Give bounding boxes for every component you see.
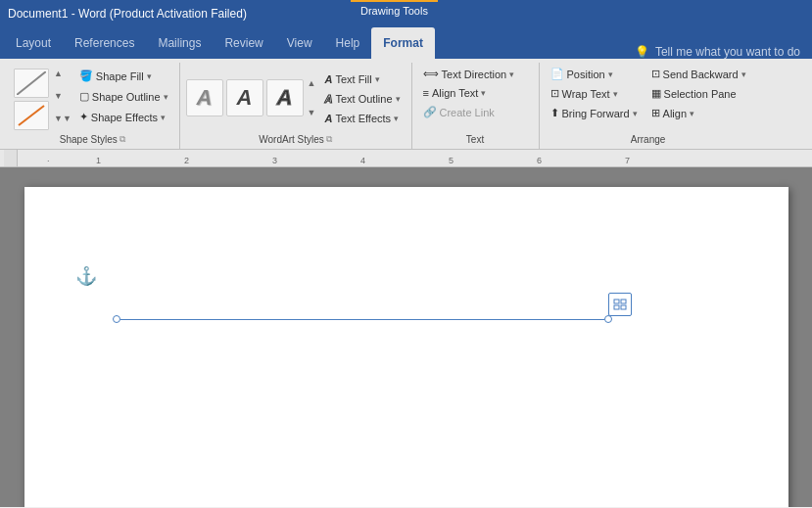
create-link-button[interactable]: 🔗 Create Link (418, 103, 533, 121)
text-fill-icon: A (324, 73, 332, 85)
shape-styles-group: ▲ ▼ ▼▼ 🪣 Shape Fill ▾ ▢ Shape Outline ▾ … (6, 63, 180, 149)
shape-styles-expand-icon[interactable]: ⧉ (119, 134, 125, 145)
outline-dropdown-arrow[interactable]: ▾ (164, 92, 168, 102)
tab-help[interactable]: Help (324, 27, 372, 59)
tab-view[interactable]: View (275, 27, 324, 59)
ruler-mark-4: 4 (360, 156, 365, 165)
tab-references[interactable]: References (63, 27, 146, 59)
al-arrow[interactable]: ▾ (690, 109, 694, 118)
wordart-sample-3[interactable]: A (266, 79, 304, 116)
td-arrow[interactable]: ▾ (509, 69, 514, 79)
shape-outline-button[interactable]: ▢ Shape Outline ▾ (74, 87, 173, 106)
link-icon: 🔗 (423, 106, 437, 118)
expand-arrow[interactable]: ▼▼ (54, 114, 72, 123)
shape-styles-label: Shape Styles ⧉ (12, 132, 173, 147)
text-effects-button[interactable]: A Text Effects ▾ (319, 110, 405, 127)
tf-dropdown-arrow[interactable]: ▾ (375, 74, 380, 84)
align-button[interactable]: ⊞ Align ▾ (646, 104, 751, 122)
ribbon: ▲ ▼ ▼▼ 🪣 Shape Fill ▾ ▢ Shape Outline ▾ … (0, 59, 812, 150)
fill-dropdown-arrow[interactable]: ▾ (147, 71, 152, 81)
shape-thumbnail-2[interactable] (14, 101, 49, 130)
text-fill-button[interactable]: A Text Fill ▾ (319, 70, 405, 88)
wordart-sample-1[interactable]: A (186, 79, 223, 116)
ruler-corner (4, 150, 18, 167)
bring-forward-button[interactable]: ⬆ Bring Forward ▾ (546, 104, 643, 122)
align-text-button[interactable]: ≡ Align Text ▾ (418, 84, 533, 102)
line-endpoint-left[interactable] (113, 315, 120, 323)
wa-scroll-down[interactable]: ▼ (308, 108, 316, 117)
anchor-icon: ⚓ (75, 265, 97, 287)
position-icon: 📄 (550, 68, 564, 80)
text-dir-icon: ⟺ (423, 68, 439, 80)
ruler-mark-1: 1 (96, 156, 101, 165)
shape-effects-button[interactable]: ✦ Shape Effects ▾ (74, 108, 173, 126)
position-button[interactable]: 📄 Position ▾ (546, 65, 643, 83)
wordart-samples: A A A (186, 79, 304, 116)
send-back-icon: ⊡ (651, 68, 660, 80)
align-icon: ≡ (423, 87, 429, 99)
bring-forward-icon: ⬆ (550, 107, 559, 119)
selection-icon: ▦ (651, 87, 661, 100)
te-dropdown-arrow[interactable]: ▾ (394, 114, 399, 123)
arrange-buttons: 📄 Position ▾ ⊡ Wrap Text ▾ ⬆ Bring Forwa… (546, 65, 751, 122)
wordart-sample-2[interactable]: A (226, 79, 263, 116)
svg-line-1 (19, 106, 44, 125)
scroll-up-arrow[interactable]: ▲ (54, 69, 72, 78)
ruler-mark-6: 6 (537, 156, 542, 165)
wrap-icon: ⊡ (550, 87, 559, 100)
layout-options-button[interactable] (608, 293, 632, 316)
shape-preview-area (12, 65, 51, 130)
text-group: ⟺ Text Direction ▾ ≡ Align Text ▾ 🔗 Crea… (412, 63, 540, 149)
wordart-styles-label: WordArt Styles ⧉ (186, 132, 406, 147)
wt-arrow[interactable]: ▾ (613, 89, 618, 99)
shape-styles-scroll: ▲ ▼ ▼▼ (54, 65, 72, 127)
tab-mailings[interactable]: Mailings (146, 27, 213, 59)
lightbulb-icon: 💡 (635, 45, 649, 59)
send-backward-button[interactable]: ⊡ Send Backward ▾ (646, 65, 751, 83)
align-btn-icon: ⊞ (651, 107, 660, 119)
tab-review[interactable]: Review (213, 27, 274, 59)
document-title: Document1 - Word (Product Activation Fai… (8, 7, 247, 21)
shape-thumbnail-1[interactable] (14, 69, 49, 98)
shape-fill-button[interactable]: 🪣 Shape Fill ▾ (74, 67, 173, 85)
document-page: ⚓ (24, 187, 788, 507)
text-effects-icon: A (324, 113, 332, 124)
selection-pane-button[interactable]: ▦ Selection Pane (646, 84, 751, 103)
sb-arrow[interactable]: ▾ (741, 69, 746, 79)
tab-layout[interactable]: Layout (4, 27, 63, 59)
ruler-mark-5: 5 (449, 156, 454, 165)
bf-arrow[interactable]: ▾ (633, 109, 638, 118)
tell-me-box[interactable]: 💡 Tell me what you want to do (635, 45, 808, 59)
svg-rect-2 (614, 300, 619, 303)
svg-line-0 (17, 71, 46, 95)
line-endpoint-right[interactable] (604, 315, 612, 323)
at-arrow[interactable]: ▾ (481, 88, 486, 98)
text-group-buttons: ⟺ Text Direction ▾ ≡ Align Text ▾ 🔗 Crea… (418, 65, 533, 121)
to-dropdown-arrow[interactable]: ▾ (396, 94, 401, 104)
ruler: · 1 2 3 4 5 6 7 (0, 150, 812, 167)
wa-scroll-up[interactable]: ▲ (308, 78, 316, 88)
title-bar: Document1 - Word (Product Activation Fai… (0, 0, 812, 27)
text-group-label: Text (418, 132, 533, 147)
ruler-mark-2: 2 (184, 156, 189, 165)
layout-icon (613, 298, 627, 311)
drawn-shape-line[interactable] (113, 295, 612, 344)
text-outline-icon: A (324, 93, 332, 105)
line-body (120, 319, 604, 320)
outline-icon: ▢ (79, 90, 89, 103)
tab-format[interactable]: Format (371, 27, 435, 59)
text-direction-button[interactable]: ⟺ Text Direction ▾ (418, 65, 533, 83)
arrange-group: 📄 Position ▾ ⊡ Wrap Text ▾ ⬆ Bring Forwa… (540, 63, 757, 149)
text-outline-button[interactable]: A Text Outline ▾ (319, 90, 405, 108)
scroll-down-arrow[interactable]: ▼ (54, 91, 72, 101)
wrap-text-button[interactable]: ⊡ Wrap Text ▾ (546, 84, 643, 103)
fill-icon: 🪣 (79, 69, 93, 82)
effects-dropdown-arrow[interactable]: ▾ (161, 113, 166, 122)
arrange-group-label: Arrange (546, 132, 751, 147)
pos-arrow[interactable]: ▾ (608, 69, 613, 79)
effects-icon: ✦ (79, 111, 88, 123)
document-area: ⚓ (0, 167, 812, 507)
ribbon-tabs: Layout References Mailings Review View H… (0, 27, 812, 59)
wordart-expand-icon[interactable]: ⧉ (326, 134, 332, 145)
ruler-mark-3: 3 (272, 156, 277, 165)
